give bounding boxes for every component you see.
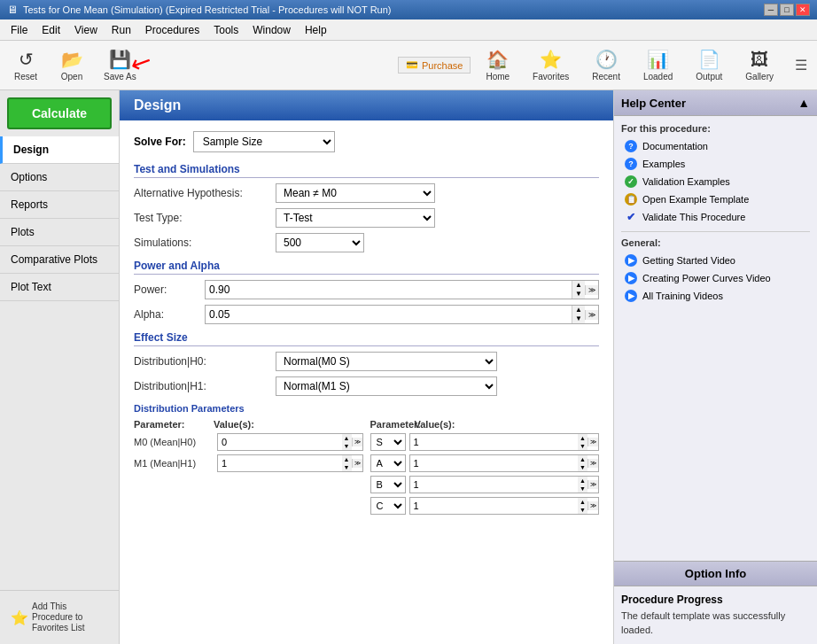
content-area: Design Solve For: Sample Size Power Alph… bbox=[120, 90, 613, 644]
param-c-up[interactable]: ▲ bbox=[578, 498, 587, 506]
sidebar-item-plot-text[interactable]: Plot Text bbox=[0, 274, 119, 301]
sidebar-item-reports[interactable]: Reports bbox=[0, 191, 119, 219]
menu-view[interactable]: View bbox=[67, 22, 105, 38]
sidebar-item-design[interactable]: Design bbox=[0, 136, 119, 164]
simulations-control: 500 100 1000 2000 bbox=[276, 233, 599, 252]
help-validate-procedure-link[interactable]: ✔ Validate This Procedure bbox=[621, 208, 810, 226]
documentation-label: Documentation bbox=[642, 141, 708, 151]
param-c-down[interactable]: ▼ bbox=[578, 506, 587, 514]
menu-edit[interactable]: Edit bbox=[35, 22, 67, 38]
reset-label: Reset bbox=[14, 72, 37, 81]
test-type-select[interactable]: T-Test Z-Test bbox=[276, 208, 435, 228]
gallery-button[interactable]: 🖼 Gallery bbox=[737, 44, 782, 87]
add-favorites-button[interactable]: ⭐ Add This Procedure to Favorites List bbox=[7, 598, 112, 637]
param-s-up[interactable]: ▲ bbox=[578, 434, 587, 442]
param-c-input[interactable] bbox=[410, 499, 579, 513]
general-label: General: bbox=[621, 237, 810, 248]
param-c-select[interactable]: CSAB bbox=[370, 497, 406, 515]
help-documentation-link[interactable]: ? Documentation bbox=[621, 137, 810, 155]
param-m1-input[interactable] bbox=[218, 456, 342, 470]
home-button[interactable]: 🏠 Home bbox=[478, 44, 517, 87]
param-s-select[interactable]: SABC bbox=[370, 433, 406, 451]
alt-hypothesis-select[interactable]: Mean ≠ M0 Mean > M0 Mean < M0 bbox=[276, 183, 435, 203]
recent-label: Recent bbox=[592, 72, 620, 81]
close-button[interactable]: ✕ bbox=[796, 4, 810, 16]
param-b-dbl[interactable]: ≫ bbox=[587, 480, 598, 489]
menu-help[interactable]: Help bbox=[298, 22, 334, 38]
param-b-down[interactable]: ▼ bbox=[578, 485, 587, 493]
param-col-header-value: Value(s): bbox=[214, 419, 363, 430]
power-input[interactable] bbox=[206, 282, 572, 298]
getting-started-icon: ▶ bbox=[625, 254, 637, 267]
menu-extra-button[interactable]: ☰ bbox=[789, 53, 813, 78]
alpha-down-arrow[interactable]: ▼ bbox=[572, 314, 585, 323]
param-m1-up[interactable]: ▲ bbox=[342, 455, 352, 463]
param-section-right: Parameter: Value(s): SABC ▲ bbox=[370, 419, 600, 518]
output-button[interactable]: 📄 Output bbox=[688, 44, 730, 87]
param-m1-box: ▲ ▼ ≫ bbox=[217, 454, 363, 472]
save-as-button[interactable]: 💾 Save As bbox=[96, 44, 144, 87]
loaded-button[interactable]: 📊 Loaded bbox=[635, 44, 681, 87]
help-collapse-icon[interactable]: ▲ bbox=[798, 96, 810, 110]
power-down-arrow[interactable]: ▼ bbox=[572, 290, 585, 299]
solve-for-select[interactable]: Sample Size Power Alpha bbox=[193, 131, 335, 152]
param-a-up[interactable]: ▲ bbox=[578, 455, 587, 463]
power-up-arrow[interactable]: ▲ bbox=[572, 281, 585, 290]
getting-started-link[interactable]: ▶ Getting Started Video bbox=[621, 252, 810, 269]
minimize-button[interactable]: ─ bbox=[764, 4, 778, 16]
sidebar-item-plots[interactable]: Plots bbox=[0, 219, 119, 246]
sidebar-item-options[interactable]: Options bbox=[0, 164, 119, 191]
dist-h1-select[interactable]: Normal(M1 S) Uniform Exponential bbox=[276, 376, 497, 396]
menu-procedures[interactable]: Procedures bbox=[138, 22, 206, 38]
param-a-input[interactable] bbox=[410, 456, 579, 470]
power-double-arrow[interactable]: ≫ bbox=[585, 285, 598, 295]
for-this-procedure-label: For this procedure: bbox=[621, 123, 810, 134]
param-b-select[interactable]: BSAC bbox=[370, 476, 406, 493]
open-button[interactable]: 📂 Open bbox=[50, 44, 94, 87]
purchase-button[interactable]: 💳 Purchase bbox=[398, 57, 471, 74]
creating-power-curves-icon: ▶ bbox=[625, 272, 637, 284]
maximize-button[interactable]: □ bbox=[780, 4, 794, 16]
param-m0-down[interactable]: ▼ bbox=[342, 442, 352, 450]
param-m0-input[interactable] bbox=[218, 435, 342, 449]
save-icon: 💾 bbox=[109, 49, 131, 70]
param-m1-dbl[interactable]: ≫ bbox=[352, 459, 362, 468]
param-m0-up[interactable]: ▲ bbox=[342, 434, 352, 442]
menu-tools[interactable]: Tools bbox=[206, 22, 245, 38]
sidebar-item-comparative-plots[interactable]: Comparative Plots bbox=[0, 246, 119, 274]
all-training-videos-link[interactable]: ▶ All Training Videos bbox=[621, 287, 810, 305]
menu-run[interactable]: Run bbox=[105, 22, 138, 38]
favorites-button[interactable]: ⭐ Favorites bbox=[525, 44, 577, 87]
simulations-select[interactable]: 500 100 1000 2000 bbox=[276, 233, 364, 252]
reset-button[interactable]: ↺ Reset bbox=[4, 44, 48, 87]
menu-file[interactable]: File bbox=[4, 22, 35, 38]
help-examples-link[interactable]: ? Examples bbox=[621, 155, 810, 173]
help-divider bbox=[621, 231, 810, 232]
param-a-dbl[interactable]: ≫ bbox=[587, 459, 598, 468]
purchase-label: Purchase bbox=[422, 60, 463, 71]
param-col-header-name: Parameter: bbox=[134, 419, 214, 430]
param-a-select[interactable]: ASBC bbox=[370, 454, 406, 472]
design-body: Solve For: Sample Size Power Alpha Test … bbox=[120, 120, 613, 529]
param-b-input[interactable] bbox=[410, 477, 579, 492]
help-example-template-link[interactable]: 📋 Open Example Template bbox=[621, 190, 810, 208]
alpha-double-arrow[interactable]: ≫ bbox=[585, 310, 598, 320]
param-s-down[interactable]: ▼ bbox=[578, 442, 587, 450]
gallery-icon: 🖼 bbox=[751, 50, 768, 70]
param-s-input[interactable] bbox=[410, 435, 579, 449]
menu-window[interactable]: Window bbox=[245, 22, 298, 38]
param-c-dbl[interactable]: ≫ bbox=[587, 501, 598, 510]
param-a-down[interactable]: ▼ bbox=[578, 463, 587, 471]
validate-procedure-label: Validate This Procedure bbox=[642, 212, 745, 222]
alpha-up-arrow[interactable]: ▲ bbox=[572, 306, 585, 314]
dist-h0-select[interactable]: Normal(M0 S) Uniform Exponential bbox=[276, 352, 497, 371]
recent-button[interactable]: 🕐 Recent bbox=[584, 44, 628, 87]
creating-power-curves-link[interactable]: ▶ Creating Power Curves Video bbox=[621, 269, 810, 287]
help-validation-link[interactable]: ✓ Validation Examples bbox=[621, 173, 810, 190]
param-m0-dbl[interactable]: ≫ bbox=[352, 438, 362, 446]
param-b-up[interactable]: ▲ bbox=[578, 477, 587, 485]
calculate-button[interactable]: Calculate bbox=[7, 97, 112, 129]
alpha-input[interactable] bbox=[206, 306, 572, 322]
param-s-dbl[interactable]: ≫ bbox=[587, 438, 598, 446]
param-m1-down[interactable]: ▼ bbox=[342, 463, 352, 471]
